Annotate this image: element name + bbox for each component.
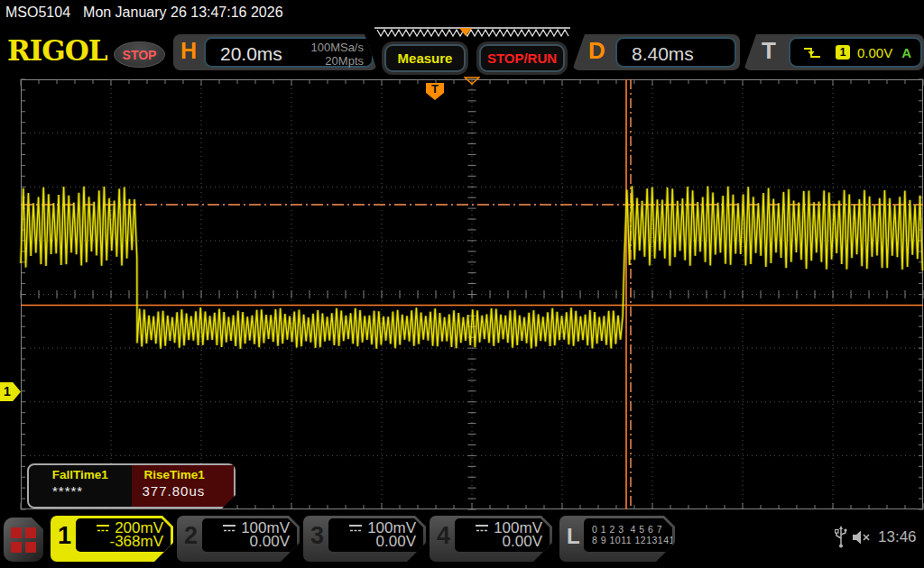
measurement-falltime[interactable]: FallTime1 *****: [29, 465, 132, 507]
rigol-logo: RIGOL: [7, 34, 107, 67]
channel1-ground-marker[interactable]: 1: [0, 382, 21, 401]
measurement-name: FallTime1: [29, 468, 132, 481]
trigger-source-badge: 1: [836, 45, 850, 60]
trigger-mode-auto: A: [901, 45, 911, 60]
measurement-risetime[interactable]: RiseTime1 377.80us: [132, 465, 235, 507]
trigger-block[interactable]: T 1 0.00V A: [744, 34, 924, 70]
trigger-box[interactable]: 1 0.00V A: [789, 37, 922, 68]
trigger-position-marker[interactable]: T: [426, 83, 444, 100]
digital-channels-row1: 0 1 2 3 4 5 6 7: [584, 518, 672, 535]
channel-number: 2: [184, 522, 198, 550]
datetime-text: Mon January 26 13:47:16 2026: [83, 5, 283, 20]
channel-3-button[interactable]: 3 100mV 0.00V: [303, 516, 426, 562]
measurement-panel[interactable]: FallTime1 ***** RiseTime1 377.80us: [27, 463, 236, 508]
clock-text: 13:46: [878, 528, 917, 546]
channel-number: 3: [310, 522, 324, 550]
trigger-level-value: 0.00V: [857, 45, 892, 60]
digital-channels-row2: 8 9 1011 12131415: [584, 535, 672, 545]
delay-value: 8.40ms: [632, 43, 694, 65]
channel-info-box: 100mV 0.00V: [455, 518, 550, 552]
usb-icon: [835, 526, 847, 549]
stop-run-button[interactable]: STOP/RUN: [479, 44, 565, 72]
logic-analyzer-label: L: [567, 524, 580, 549]
digital-channels-box: 0 1 2 3 4 5 6 7 8 9 1011 12131415: [584, 518, 672, 552]
logic-analyzer-button[interactable]: L 0 1 2 3 4 5 6 7 8 9 1011 12131415: [559, 516, 675, 562]
delay-box[interactable]: 8.40ms: [615, 37, 736, 68]
channel-offset: 0.00V: [376, 533, 416, 551]
timebase-box[interactable]: 20.0ms 100MSa/s 20Mpts: [204, 37, 374, 68]
trigger-label: T: [762, 37, 776, 65]
channel-info-box: 100mV 0.00V: [328, 518, 423, 552]
timebase-value: 20.0ms: [220, 43, 282, 65]
menu-grid-icon: [25, 527, 36, 538]
quick-menu-button[interactable]: [4, 518, 43, 562]
menu-grid-icon: [25, 542, 36, 553]
channel-info-box: 200mV -368mV: [76, 518, 171, 552]
falling-edge-icon: [803, 45, 821, 60]
menu-grid-icon: [11, 527, 22, 538]
channel-number: 4: [437, 522, 450, 550]
channel-info-box: 100mV 0.00V: [202, 518, 297, 552]
run-state-badge: STOP: [114, 41, 165, 68]
acquisition-info: 100MSa/s 20Mpts: [310, 41, 364, 68]
dc-coupling-icon: [96, 524, 110, 533]
measurement-value: 377.80us: [132, 483, 235, 499]
delay-label: D: [588, 37, 605, 65]
measurement-name: RiseTime1: [132, 468, 235, 481]
menu-grid-icon: [11, 542, 22, 553]
channel-1-button[interactable]: 1 200mV -368mV: [51, 516, 173, 562]
oscilloscope-screen: MSO5104Mon January 26 13:47:16 2026 RIGO…: [0, 0, 924, 568]
sample-rate: 100MSa/s: [310, 41, 364, 54]
measure-button[interactable]: Measure: [384, 44, 466, 72]
dc-coupling-icon: [348, 524, 363, 533]
channel-number: 1: [58, 522, 71, 550]
horizontal-settings-block[interactable]: H 20.0ms 100MSa/s 20Mpts: [173, 34, 377, 70]
dc-coupling-icon: [475, 524, 489, 533]
channel-offset: -368mV: [109, 533, 163, 551]
channel-4-button[interactable]: 4 100mV 0.00V: [430, 516, 552, 562]
system-status-line: MSO5104Mon January 26 13:47:16 2026: [5, 5, 283, 21]
channel-2-button[interactable]: 2 100mV 0.00V: [177, 516, 300, 562]
waveform-overview-strip[interactable]: [373, 26, 572, 41]
sound-muted-icon[interactable]: [852, 529, 873, 545]
dc-coupling-icon: [222, 524, 236, 533]
overview-position-icon[interactable]: [459, 28, 472, 36]
model-name: MSO5104: [5, 5, 70, 20]
horizontal-label: H: [180, 38, 197, 64]
channel-offset: 0.00V: [503, 533, 542, 551]
measurement-value: *****: [29, 483, 132, 499]
channel-offset: 0.00V: [250, 533, 290, 551]
delay-block[interactable]: D 8.40ms: [572, 34, 740, 70]
horizontal-center-icon: [464, 77, 480, 85]
memory-depth: 20Mpts: [310, 54, 364, 68]
